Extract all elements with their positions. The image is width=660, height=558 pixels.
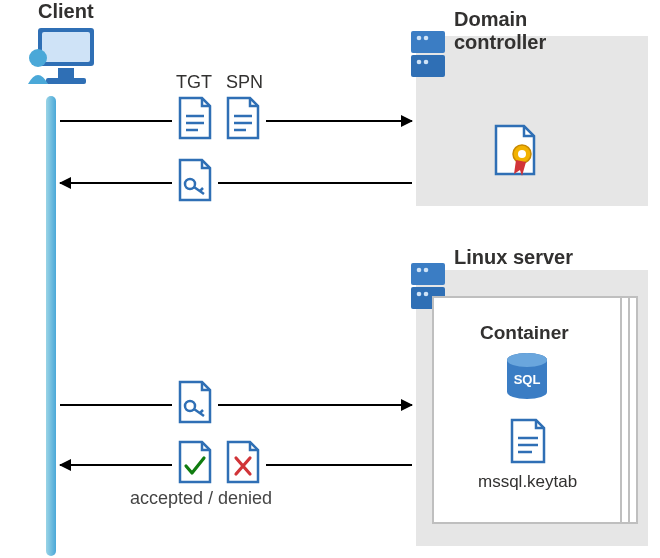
service-ticket-send-icon bbox=[176, 380, 214, 430]
container-label: Container bbox=[480, 322, 569, 344]
svg-point-12 bbox=[518, 150, 526, 158]
svg-point-4 bbox=[29, 49, 47, 67]
svg-point-7 bbox=[417, 36, 422, 41]
arrow-ticket-to-linux bbox=[218, 404, 412, 406]
svg-rect-2 bbox=[58, 68, 74, 78]
keytab-filename: mssql.keytab bbox=[478, 472, 577, 492]
certificate-icon bbox=[492, 124, 538, 184]
domain-controller-label: Domain controller bbox=[454, 8, 546, 54]
arrow-result-to-client bbox=[60, 464, 172, 466]
tgt-document-icon bbox=[176, 96, 214, 146]
svg-rect-5 bbox=[411, 31, 445, 53]
svg-point-18 bbox=[424, 292, 429, 297]
svg-point-17 bbox=[417, 292, 422, 297]
denied-document-icon bbox=[224, 440, 262, 490]
svg-rect-1 bbox=[42, 32, 90, 62]
arrow-dc-reply-right bbox=[218, 182, 412, 184]
svg-rect-6 bbox=[411, 55, 445, 77]
tgt-label: TGT bbox=[176, 72, 212, 93]
arrow-client-to-docs-1 bbox=[60, 120, 172, 122]
client-label: Client bbox=[38, 0, 94, 23]
server-icon bbox=[410, 30, 448, 84]
svg-point-9 bbox=[417, 60, 422, 65]
result-label: accepted / denied bbox=[130, 488, 272, 509]
accepted-document-icon bbox=[176, 440, 214, 490]
spn-document-icon bbox=[224, 96, 262, 146]
keytab-document-icon bbox=[508, 418, 548, 470]
sql-database-icon: SQL bbox=[504, 352, 550, 408]
svg-point-20 bbox=[507, 353, 547, 367]
client-workstation-icon bbox=[28, 24, 98, 96]
arrow-result-from-linux bbox=[266, 464, 412, 466]
svg-point-10 bbox=[424, 60, 429, 65]
svg-text:SQL: SQL bbox=[514, 372, 541, 387]
service-ticket-document-icon bbox=[176, 158, 214, 208]
svg-point-15 bbox=[417, 268, 422, 273]
arrow-client-to-ticket bbox=[60, 404, 172, 406]
svg-rect-13 bbox=[411, 263, 445, 285]
svg-point-16 bbox=[424, 268, 429, 273]
svg-rect-3 bbox=[46, 78, 86, 84]
linux-server-label: Linux server bbox=[454, 246, 573, 269]
spn-label: SPN bbox=[226, 72, 263, 93]
arrow-dc-reply-left bbox=[60, 182, 172, 184]
svg-point-8 bbox=[424, 36, 429, 41]
arrow-docs-to-dc bbox=[266, 120, 412, 122]
client-timeline bbox=[46, 96, 56, 556]
